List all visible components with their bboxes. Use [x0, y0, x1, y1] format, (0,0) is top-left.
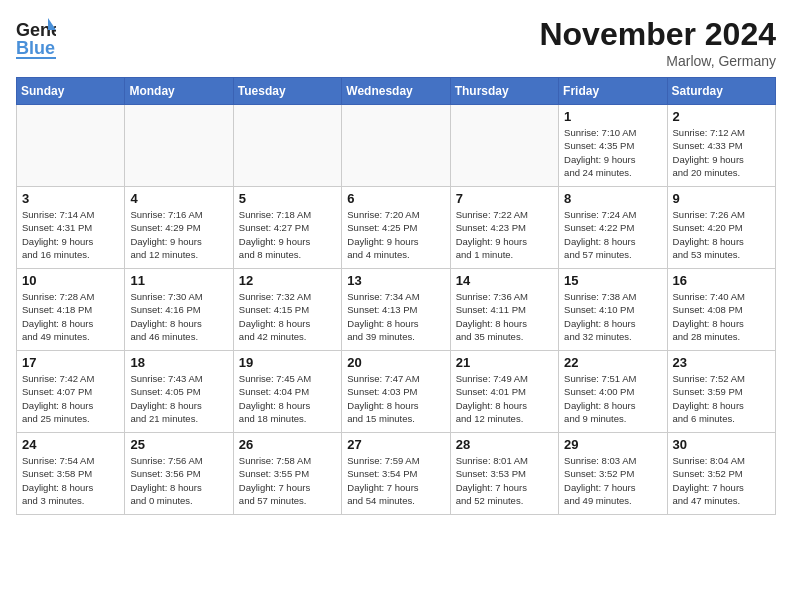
calendar-cell: 24Sunrise: 7:54 AM Sunset: 3:58 PM Dayli… [17, 433, 125, 515]
calendar-cell: 28Sunrise: 8:01 AM Sunset: 3:53 PM Dayli… [450, 433, 558, 515]
day-info: Sunrise: 7:52 AM Sunset: 3:59 PM Dayligh… [673, 372, 770, 425]
day-info: Sunrise: 8:04 AM Sunset: 3:52 PM Dayligh… [673, 454, 770, 507]
day-info: Sunrise: 7:47 AM Sunset: 4:03 PM Dayligh… [347, 372, 444, 425]
day-info: Sunrise: 8:01 AM Sunset: 3:53 PM Dayligh… [456, 454, 553, 507]
calendar-cell: 20Sunrise: 7:47 AM Sunset: 4:03 PM Dayli… [342, 351, 450, 433]
day-info: Sunrise: 7:59 AM Sunset: 3:54 PM Dayligh… [347, 454, 444, 507]
header-day-wednesday: Wednesday [342, 78, 450, 105]
week-row-2: 3Sunrise: 7:14 AM Sunset: 4:31 PM Daylig… [17, 187, 776, 269]
day-info: Sunrise: 7:38 AM Sunset: 4:10 PM Dayligh… [564, 290, 661, 343]
calendar-cell [17, 105, 125, 187]
day-number: 17 [22, 355, 119, 370]
calendar-header: SundayMondayTuesdayWednesdayThursdayFrid… [17, 78, 776, 105]
header-day-friday: Friday [559, 78, 667, 105]
day-info: Sunrise: 7:20 AM Sunset: 4:25 PM Dayligh… [347, 208, 444, 261]
day-number: 16 [673, 273, 770, 288]
day-info: Sunrise: 8:03 AM Sunset: 3:52 PM Dayligh… [564, 454, 661, 507]
calendar-cell: 27Sunrise: 7:59 AM Sunset: 3:54 PM Dayli… [342, 433, 450, 515]
calendar-cell: 1Sunrise: 7:10 AM Sunset: 4:35 PM Daylig… [559, 105, 667, 187]
calendar-table: SundayMondayTuesdayWednesdayThursdayFrid… [16, 77, 776, 515]
calendar-cell: 15Sunrise: 7:38 AM Sunset: 4:10 PM Dayli… [559, 269, 667, 351]
calendar-cell: 26Sunrise: 7:58 AM Sunset: 3:55 PM Dayli… [233, 433, 341, 515]
logo-icon: General Blue [16, 16, 56, 64]
day-info: Sunrise: 7:18 AM Sunset: 4:27 PM Dayligh… [239, 208, 336, 261]
day-info: Sunrise: 7:45 AM Sunset: 4:04 PM Dayligh… [239, 372, 336, 425]
day-info: Sunrise: 7:42 AM Sunset: 4:07 PM Dayligh… [22, 372, 119, 425]
calendar-cell: 29Sunrise: 8:03 AM Sunset: 3:52 PM Dayli… [559, 433, 667, 515]
header-day-monday: Monday [125, 78, 233, 105]
day-number: 3 [22, 191, 119, 206]
calendar-cell: 5Sunrise: 7:18 AM Sunset: 4:27 PM Daylig… [233, 187, 341, 269]
day-info: Sunrise: 7:28 AM Sunset: 4:18 PM Dayligh… [22, 290, 119, 343]
day-info: Sunrise: 7:40 AM Sunset: 4:08 PM Dayligh… [673, 290, 770, 343]
calendar-cell: 9Sunrise: 7:26 AM Sunset: 4:20 PM Daylig… [667, 187, 775, 269]
day-number: 23 [673, 355, 770, 370]
day-info: Sunrise: 7:56 AM Sunset: 3:56 PM Dayligh… [130, 454, 227, 507]
calendar-cell: 19Sunrise: 7:45 AM Sunset: 4:04 PM Dayli… [233, 351, 341, 433]
calendar-body: 1Sunrise: 7:10 AM Sunset: 4:35 PM Daylig… [17, 105, 776, 515]
day-info: Sunrise: 7:32 AM Sunset: 4:15 PM Dayligh… [239, 290, 336, 343]
day-info: Sunrise: 7:24 AM Sunset: 4:22 PM Dayligh… [564, 208, 661, 261]
day-number: 6 [347, 191, 444, 206]
day-number: 8 [564, 191, 661, 206]
day-number: 13 [347, 273, 444, 288]
calendar-cell [450, 105, 558, 187]
day-number: 26 [239, 437, 336, 452]
header-day-thursday: Thursday [450, 78, 558, 105]
calendar-cell: 18Sunrise: 7:43 AM Sunset: 4:05 PM Dayli… [125, 351, 233, 433]
day-number: 29 [564, 437, 661, 452]
calendar-cell: 2Sunrise: 7:12 AM Sunset: 4:33 PM Daylig… [667, 105, 775, 187]
calendar-cell [342, 105, 450, 187]
day-number: 4 [130, 191, 227, 206]
calendar-cell: 30Sunrise: 8:04 AM Sunset: 3:52 PM Dayli… [667, 433, 775, 515]
month-title: November 2024 [539, 16, 776, 53]
day-number: 22 [564, 355, 661, 370]
day-number: 21 [456, 355, 553, 370]
day-info: Sunrise: 7:43 AM Sunset: 4:05 PM Dayligh… [130, 372, 227, 425]
day-number: 25 [130, 437, 227, 452]
svg-text:Blue: Blue [16, 38, 55, 58]
calendar-cell [233, 105, 341, 187]
calendar-cell: 14Sunrise: 7:36 AM Sunset: 4:11 PM Dayli… [450, 269, 558, 351]
day-info: Sunrise: 7:22 AM Sunset: 4:23 PM Dayligh… [456, 208, 553, 261]
calendar-cell: 16Sunrise: 7:40 AM Sunset: 4:08 PM Dayli… [667, 269, 775, 351]
day-info: Sunrise: 7:16 AM Sunset: 4:29 PM Dayligh… [130, 208, 227, 261]
day-number: 12 [239, 273, 336, 288]
day-number: 28 [456, 437, 553, 452]
header-day-sunday: Sunday [17, 78, 125, 105]
day-info: Sunrise: 7:58 AM Sunset: 3:55 PM Dayligh… [239, 454, 336, 507]
day-info: Sunrise: 7:26 AM Sunset: 4:20 PM Dayligh… [673, 208, 770, 261]
day-info: Sunrise: 7:54 AM Sunset: 3:58 PM Dayligh… [22, 454, 119, 507]
day-info: Sunrise: 7:51 AM Sunset: 4:00 PM Dayligh… [564, 372, 661, 425]
page-header: General Blue November 2024 Marlow, Germa… [16, 16, 776, 69]
header-row: SundayMondayTuesdayWednesdayThursdayFrid… [17, 78, 776, 105]
day-number: 1 [564, 109, 661, 124]
day-number: 20 [347, 355, 444, 370]
day-info: Sunrise: 7:12 AM Sunset: 4:33 PM Dayligh… [673, 126, 770, 179]
day-number: 2 [673, 109, 770, 124]
calendar-cell: 21Sunrise: 7:49 AM Sunset: 4:01 PM Dayli… [450, 351, 558, 433]
day-number: 5 [239, 191, 336, 206]
calendar-cell: 23Sunrise: 7:52 AM Sunset: 3:59 PM Dayli… [667, 351, 775, 433]
calendar-cell: 17Sunrise: 7:42 AM Sunset: 4:07 PM Dayli… [17, 351, 125, 433]
day-number: 27 [347, 437, 444, 452]
week-row-4: 17Sunrise: 7:42 AM Sunset: 4:07 PM Dayli… [17, 351, 776, 433]
day-number: 19 [239, 355, 336, 370]
calendar-cell: 11Sunrise: 7:30 AM Sunset: 4:16 PM Dayli… [125, 269, 233, 351]
header-day-tuesday: Tuesday [233, 78, 341, 105]
day-info: Sunrise: 7:49 AM Sunset: 4:01 PM Dayligh… [456, 372, 553, 425]
day-info: Sunrise: 7:10 AM Sunset: 4:35 PM Dayligh… [564, 126, 661, 179]
calendar-cell: 7Sunrise: 7:22 AM Sunset: 4:23 PM Daylig… [450, 187, 558, 269]
calendar-cell: 12Sunrise: 7:32 AM Sunset: 4:15 PM Dayli… [233, 269, 341, 351]
calendar-cell: 4Sunrise: 7:16 AM Sunset: 4:29 PM Daylig… [125, 187, 233, 269]
calendar-cell: 8Sunrise: 7:24 AM Sunset: 4:22 PM Daylig… [559, 187, 667, 269]
day-number: 30 [673, 437, 770, 452]
calendar-cell: 3Sunrise: 7:14 AM Sunset: 4:31 PM Daylig… [17, 187, 125, 269]
week-row-5: 24Sunrise: 7:54 AM Sunset: 3:58 PM Dayli… [17, 433, 776, 515]
calendar-cell: 22Sunrise: 7:51 AM Sunset: 4:00 PM Dayli… [559, 351, 667, 433]
day-number: 18 [130, 355, 227, 370]
calendar-cell: 25Sunrise: 7:56 AM Sunset: 3:56 PM Dayli… [125, 433, 233, 515]
day-number: 15 [564, 273, 661, 288]
day-number: 7 [456, 191, 553, 206]
day-number: 11 [130, 273, 227, 288]
